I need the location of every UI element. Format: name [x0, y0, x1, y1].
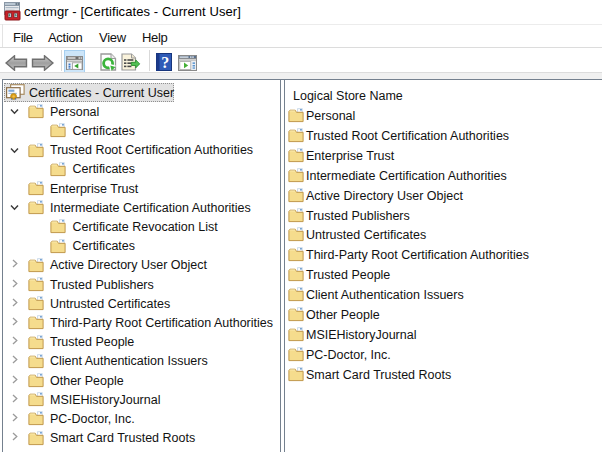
svg-text:?: ?	[161, 54, 169, 71]
